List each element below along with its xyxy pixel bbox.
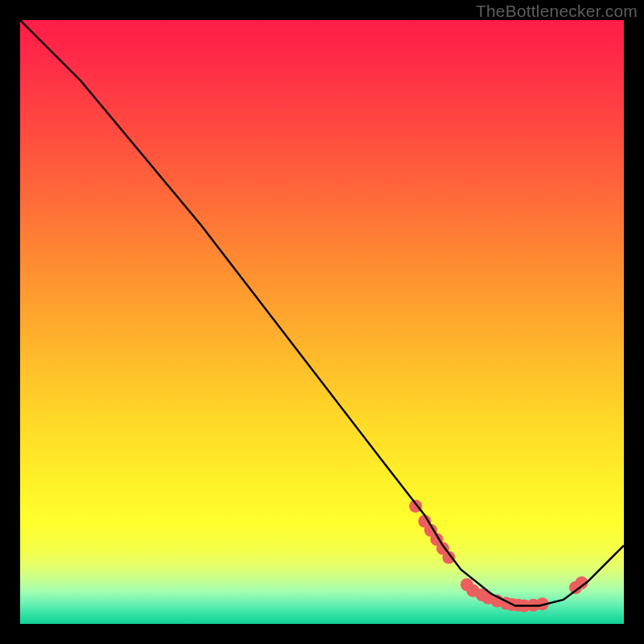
plot-area [20,20,624,624]
chart-stage: TheBottlenecker.com [0,0,644,644]
curve-line [20,20,624,606]
bottleneck-curve [20,20,624,624]
attribution-text: TheBottlenecker.com [476,2,638,21]
curve-markers [409,500,588,613]
